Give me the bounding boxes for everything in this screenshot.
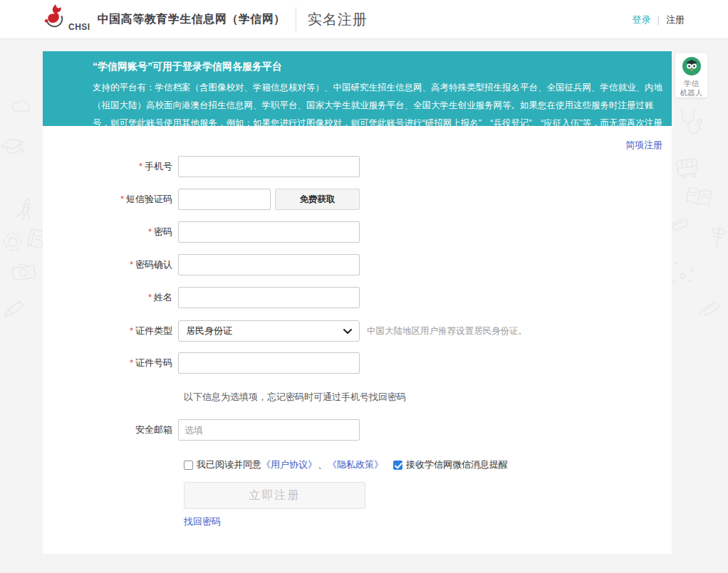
chsi-bird-icon bbox=[41, 4, 67, 35]
id-number-label: *证件号码 bbox=[43, 357, 178, 369]
required-mark: * bbox=[120, 194, 124, 204]
doodle-paperclip-icon bbox=[697, 298, 725, 322]
email-input[interactable] bbox=[178, 419, 360, 441]
header-links: 登录 | 注册 bbox=[633, 0, 685, 39]
login-link[interactable]: 登录 bbox=[633, 14, 651, 26]
name-label: *姓名 bbox=[43, 291, 178, 304]
header: CHSI 中国高等教育学生信息网（学信网） 实名注册 登录 | 注册 bbox=[0, 0, 728, 39]
wechat-checkbox[interactable] bbox=[393, 461, 402, 470]
id-type-hint: 中国大陆地区用户推荐设置居民身份证。 bbox=[367, 325, 527, 337]
required-mark: * bbox=[139, 161, 142, 172]
required-mark: * bbox=[148, 292, 152, 303]
id-type-label: *证件类型 bbox=[43, 325, 178, 337]
agreement-text: 我已阅读并同意 bbox=[197, 458, 261, 471]
simple-register-link[interactable]: 简项注册 bbox=[625, 139, 662, 152]
doodle-cloud-icon bbox=[11, 98, 36, 114]
doodle-open-book-icon bbox=[684, 186, 714, 210]
get-sms-code-button[interactable]: 免费获取 bbox=[275, 189, 360, 210]
wechat-label: 接收学信网微信消息提醒 bbox=[406, 458, 508, 471]
user-agreement-link[interactable]: 《用户协议》 bbox=[261, 458, 317, 471]
find-password-link[interactable]: 找回密码 bbox=[184, 515, 221, 528]
agreement-row: 我已阅读并同意 《用户协议》 、 《隐私政策》 接收学信网微信消息提醒 bbox=[184, 458, 672, 471]
name-input[interactable] bbox=[178, 287, 360, 308]
doodle-graduation-cap-icon bbox=[0, 133, 28, 161]
page: CHSI 中国高等教育学生信息网（学信网） 实名注册 登录 | 注册 “学信网账… bbox=[0, 0, 728, 573]
header-divider bbox=[296, 7, 296, 31]
agreement-separator: 、 bbox=[318, 458, 327, 471]
required-mark: * bbox=[130, 325, 133, 336]
email-row: 安全邮箱 bbox=[43, 419, 672, 441]
phone-label: *手机号 bbox=[43, 160, 178, 173]
id-type-row: *证件类型 居民身份证 中国大陆地区用户推荐设置居民身份证。 bbox=[43, 320, 672, 342]
phone-input[interactable] bbox=[178, 156, 360, 177]
register-card: “学信网账号”可用于登录学信网各服务平台 支持的平台有：学信档案（含图像校对、学… bbox=[43, 51, 672, 554]
sms-code-input[interactable] bbox=[178, 189, 271, 210]
id-number-row: *证件号码 bbox=[43, 352, 672, 374]
id-type-selected-value: 居民身份证 bbox=[186, 325, 232, 337]
password-label: *密码 bbox=[43, 226, 178, 238]
email-label: 安全邮箱 bbox=[43, 424, 178, 436]
doodle-bus-icon bbox=[674, 155, 701, 181]
doodle-signpost-icon bbox=[708, 224, 728, 252]
password-input[interactable] bbox=[178, 221, 360, 243]
password-row: *密码 bbox=[43, 221, 672, 243]
page-title: 实名注册 bbox=[308, 10, 368, 29]
robot-owl-icon bbox=[682, 56, 702, 79]
banner-body: 支持的平台有：学信档案（含图像校对、学籍信息核对等）、中国研究生招生信息网、高考… bbox=[93, 79, 665, 150]
doodle-stethoscope-icon bbox=[678, 108, 704, 137]
xuexin-robot-widget[interactable]: 学信机器人 bbox=[675, 53, 707, 98]
doodle-gear-icon bbox=[1, 231, 24, 253]
chsi-logo: CHSI bbox=[41, 4, 90, 35]
required-mark: * bbox=[130, 357, 133, 368]
robot-label: 学信机器人 bbox=[680, 79, 703, 98]
links-separator: | bbox=[657, 14, 660, 25]
required-mark: * bbox=[148, 226, 152, 237]
name-row: *姓名 bbox=[43, 287, 672, 308]
password-confirm-input[interactable] bbox=[178, 254, 360, 275]
doodle-pencil-icon bbox=[1, 296, 27, 322]
agreement-checkbox[interactable] bbox=[184, 461, 193, 470]
required-mark: * bbox=[130, 259, 133, 270]
phone-row: *手机号 bbox=[43, 156, 672, 177]
chsi-logo-text: CHSI bbox=[68, 22, 90, 32]
id-type-select[interactable]: 居民身份证 bbox=[178, 320, 360, 342]
account-info-banner: “学信网账号”可用于登录学信网各服务平台 支持的平台有：学信档案（含图像校对、学… bbox=[43, 51, 672, 126]
doodle-rocket-icon bbox=[13, 194, 38, 224]
password-confirm-row: *密码确认 bbox=[43, 254, 672, 275]
register-link[interactable]: 注册 bbox=[666, 14, 685, 26]
sms-code-row: *短信验证码 免费获取 bbox=[43, 189, 672, 210]
privacy-policy-link[interactable]: 《隐私政策》 bbox=[328, 458, 383, 471]
banner-title: “学信网账号”可用于登录学信网各服务平台 bbox=[93, 61, 665, 73]
password-confirm-label: *密码确认 bbox=[43, 258, 178, 271]
register-form: *手机号 *短信验证码 免费获取 *密码 *密码确认 *姓名 * bbox=[43, 156, 672, 528]
doodle-camera-icon bbox=[10, 261, 36, 282]
sms-code-label: *短信验证码 bbox=[43, 193, 178, 206]
submit-register-button[interactable]: 立即注册 bbox=[184, 482, 365, 509]
id-number-input[interactable] bbox=[178, 352, 360, 374]
chevron-down-icon bbox=[343, 326, 352, 337]
site-name: 中国高等教育学生信息网（学信网） bbox=[98, 12, 286, 27]
optional-fields-note: 以下信息为选填项，忘记密码时可通过手机号找回密码 bbox=[184, 391, 672, 404]
